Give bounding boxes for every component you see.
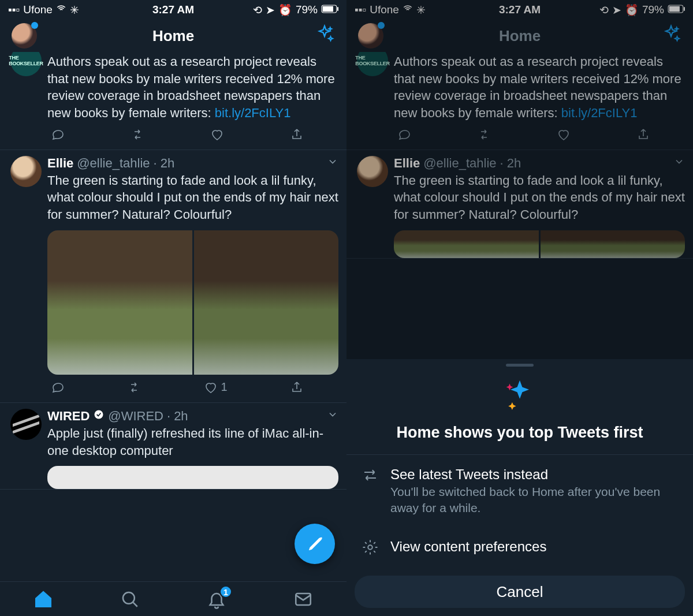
- sheet-drag-handle[interactable]: [506, 364, 534, 367]
- sparkle-icon: [500, 408, 540, 417]
- verified-badge-icon: [93, 409, 105, 424]
- tweet-dropdown-button[interactable]: [327, 156, 338, 171]
- see-latest-tweets-option[interactable]: See latest Tweets instead You'll be swit…: [346, 455, 693, 527]
- tweet-avatar[interactable]: [10, 156, 42, 187]
- page-title: Home: [152, 27, 194, 45]
- tweet[interactable]: WIRED @WIRED · 2h Apple just (finally) r…: [0, 403, 346, 490]
- tweet-handle[interactable]: @ellie_tahlie: [77, 156, 150, 171]
- compose-tweet-button[interactable]: [295, 524, 335, 564]
- reply-button[interactable]: [51, 128, 65, 141]
- option-subtitle: You'll be switched back to Home after yo…: [390, 484, 678, 516]
- like-button[interactable]: [210, 128, 224, 141]
- svg-rect-2: [337, 7, 338, 10]
- nav-search-button[interactable]: [87, 582, 173, 616]
- screenshot-timeline-options-sheet: ▪▪▫ Ufone ✳ 3:27 AM ⟲ ➤ ⏰ 79% Home: [346, 0, 693, 616]
- profile-avatar-button[interactable]: [12, 23, 37, 48]
- tweet-text: Authors speak out as a research project …: [47, 53, 338, 122]
- nav-messages-button[interactable]: [260, 582, 346, 616]
- loading-icon: ✳: [70, 3, 79, 17]
- tweet[interactable]: Ellie @ellie_tahlie · 2h The green is st…: [0, 150, 346, 403]
- wifi-icon: [56, 3, 66, 17]
- signal-icon: ▪▪▫: [8, 3, 20, 16]
- tweet-actions: 1: [47, 375, 338, 402]
- swap-icon: [362, 466, 379, 486]
- share-button[interactable]: [290, 380, 304, 394]
- rotation-lock-icon: ⟲: [253, 3, 262, 17]
- tweet[interactable]: THE BOOKSELLER Authors speak out as a re…: [0, 52, 346, 150]
- tweet-time: 2h: [174, 409, 188, 424]
- timeline-options-button[interactable]: [314, 24, 335, 47]
- retweet-button[interactable]: [131, 128, 144, 141]
- tweet-user-line: WIRED @WIRED · 2h: [47, 409, 338, 424]
- timeline-options-sheet: Home shows you top Tweets first See late…: [346, 359, 693, 616]
- carrier-label: Ufone: [23, 3, 53, 16]
- svg-rect-1: [323, 6, 333, 12]
- tweet-media[interactable]: [47, 466, 338, 489]
- reply-button[interactable]: [51, 380, 65, 394]
- tweet-user-line: Ellie @ellie_tahlie · 2h: [47, 156, 338, 171]
- nav-notifications-button[interactable]: 1: [173, 582, 260, 616]
- content-preferences-option[interactable]: View content preferences: [346, 527, 693, 570]
- timeline-feed: THE BOOKSELLER Authors speak out as a re…: [0, 52, 346, 616]
- notification-badge: 1: [219, 585, 232, 598]
- tweet-link[interactable]: bit.ly/2FcILY1: [215, 106, 291, 120]
- tweet-media[interactable]: [47, 230, 338, 375]
- option-title: See latest Tweets instead: [390, 466, 678, 483]
- tweet-handle[interactable]: @WIRED: [108, 409, 163, 424]
- svg-point-4: [123, 592, 135, 603]
- bottom-nav: 1: [0, 581, 346, 616]
- tweet-display-name[interactable]: Ellie: [47, 156, 73, 171]
- tweet-avatar[interactable]: THE BOOKSELLER: [10, 52, 42, 76]
- share-button[interactable]: [290, 128, 304, 141]
- tweet-text: The green is starting to fade and look a…: [47, 172, 338, 223]
- gear-icon: [362, 539, 379, 558]
- tweet-display-name[interactable]: WIRED: [47, 409, 90, 424]
- battery-icon: [321, 3, 338, 16]
- svg-point-9: [368, 545, 372, 550]
- option-title: View content preferences: [390, 539, 546, 555]
- nav-home-button[interactable]: [0, 582, 87, 616]
- app-header: Home: [0, 20, 346, 52]
- cancel-button[interactable]: Cancel: [355, 576, 685, 608]
- sheet-title: Home shows you top Tweets first: [358, 424, 681, 442]
- tweet-text: Apple just (finally) refreshed its line …: [47, 425, 338, 459]
- clock-label: 3:27 AM: [152, 3, 194, 16]
- status-bar: ▪▪▫ Ufone ✳ 3:27 AM ⟲ ➤ ⏰ 79%: [0, 0, 346, 20]
- retweet-button[interactable]: [127, 380, 141, 394]
- like-count: 1: [221, 380, 228, 394]
- tweet-dropdown-button[interactable]: [327, 409, 338, 424]
- screenshot-home-feed: ▪▪▫ Ufone ✳ 3:27 AM ⟲ ➤ ⏰ 79% Home: [0, 0, 346, 616]
- tweet-avatar[interactable]: [10, 409, 42, 440]
- alarm-icon: ⏰: [278, 3, 292, 17]
- location-icon: ➤: [266, 3, 275, 17]
- like-button[interactable]: 1: [204, 380, 228, 394]
- tweet-time: 2h: [161, 156, 174, 171]
- battery-percent: 79%: [296, 3, 318, 16]
- svg-point-3: [95, 410, 103, 419]
- tweet-actions: [47, 122, 338, 150]
